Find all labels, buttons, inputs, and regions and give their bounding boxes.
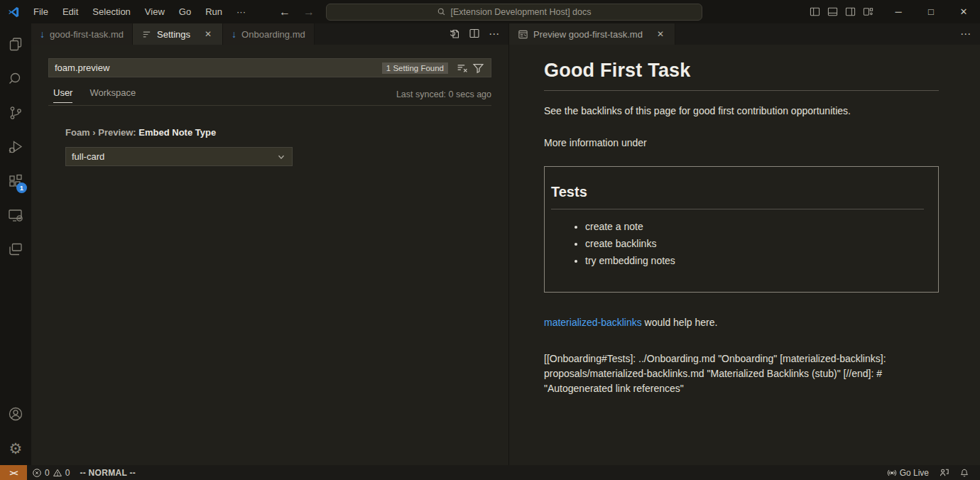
- go-live-label: Go Live: [900, 468, 929, 478]
- window-title: [Extension Development Host] docs: [450, 7, 591, 17]
- menu-file[interactable]: File: [27, 4, 55, 20]
- more-actions-icon[interactable]: ⋯: [960, 28, 971, 40]
- error-icon: [32, 468, 42, 478]
- markdown-preview-icon: [518, 29, 528, 40]
- editor-group-settings: ↓ good-first-task.md Settings ✕ ↓ Onboar…: [31, 23, 508, 465]
- preview-paragraph: More information under: [544, 136, 939, 151]
- link-references-text: [[Onboarding#Tests]: ../Onboarding.md "O…: [544, 351, 903, 396]
- embed-note-type-select[interactable]: full-card: [65, 147, 293, 166]
- manage-gear-icon[interactable]: ⚙: [0, 431, 31, 465]
- materialized-backlinks-link[interactable]: materialized-backlinks: [544, 317, 642, 328]
- account-icon[interactable]: [0, 397, 31, 431]
- editor-group-preview: Preview good-first-task.md ✕ ⋯ Good Firs…: [508, 23, 980, 465]
- menu-run[interactable]: Run: [199, 4, 229, 20]
- page-title: Good First Task: [544, 60, 939, 91]
- tab-label: Settings: [157, 29, 190, 40]
- preview-paragraph: See the backlinks of this page for good …: [544, 104, 939, 119]
- clear-search-filters-icon[interactable]: [454, 60, 470, 75]
- list-item: create backlinks: [585, 238, 924, 249]
- notifications-bell-icon[interactable]: [954, 465, 974, 480]
- vim-mode-indicator[interactable]: -- NORMAL --: [75, 465, 141, 480]
- broadcast-icon: [887, 468, 897, 478]
- settings-search-input[interactable]: [55, 62, 382, 73]
- remote-indicator[interactable]: ><: [0, 465, 27, 480]
- menu-view[interactable]: View: [138, 4, 171, 20]
- close-window-button[interactable]: ✕: [947, 0, 980, 23]
- embedded-note-card: Tests create a note create backlinks try…: [544, 166, 939, 293]
- warning-icon: [53, 468, 62, 478]
- tab-onboarding[interactable]: ↓ Onboarding.md: [223, 23, 315, 45]
- toggle-panel-icon[interactable]: [827, 6, 838, 17]
- minimize-button[interactable]: ─: [882, 0, 915, 23]
- search-view-icon[interactable]: [0, 62, 31, 96]
- setting-name: Embed Note Type: [138, 127, 216, 138]
- toggle-primary-sidebar-icon[interactable]: [810, 6, 820, 17]
- live-share-icon[interactable]: [934, 465, 954, 480]
- remote-explorer-icon[interactable]: [0, 198, 31, 232]
- status-bar: >< 0 0 -- NORMAL -- Go Live: [0, 465, 980, 480]
- results-count-badge: 1 Setting Found: [382, 62, 448, 74]
- toggle-secondary-sidebar-icon[interactable]: [845, 6, 856, 17]
- selected-option: full-card: [72, 151, 276, 162]
- preview-link-line: materialized-backlinks would help here.: [544, 315, 939, 330]
- markdown-preview-pane: Good First Task See the backlinks of thi…: [509, 45, 980, 465]
- error-count: 0: [45, 468, 50, 478]
- vscode-logo-icon: [6, 4, 21, 20]
- source-control-icon[interactable]: [0, 96, 31, 130]
- customize-layout-icon[interactable]: [863, 6, 873, 17]
- forward-icon[interactable]: →: [302, 6, 316, 18]
- close-tab-icon[interactable]: ✕: [655, 28, 666, 40]
- tab-preview-good-first-task[interactable]: Preview good-first-task.md ✕: [509, 23, 675, 45]
- tab-settings[interactable]: Settings ✕: [133, 23, 223, 45]
- menu-selection[interactable]: Selection: [86, 4, 136, 20]
- extensions-icon[interactable]: 1: [0, 164, 31, 198]
- extensions-badge: 1: [16, 182, 27, 193]
- markdown-file-icon: ↓: [40, 29, 45, 39]
- more-actions-icon[interactable]: ⋯: [489, 28, 500, 40]
- vscode-window: File Edit Selection View Go Run ··· ← → …: [0, 0, 980, 480]
- embedded-note-title: Tests: [551, 184, 924, 209]
- command-center-search[interactable]: [Extension Development Host] docs: [326, 4, 702, 21]
- scope-tab-user[interactable]: User: [53, 87, 72, 103]
- activity-bar: 1 ⚙: [0, 23, 31, 465]
- maximize-button[interactable]: □: [915, 0, 947, 23]
- close-tab-icon[interactable]: ✕: [202, 28, 214, 40]
- list-item: create a note: [585, 221, 924, 232]
- setting-title: Foam › Preview: Embed Note Type: [65, 127, 491, 138]
- setting-category: Foam › Preview:: [65, 127, 138, 138]
- tab-label: Onboarding.md: [241, 29, 305, 40]
- titlebar: File Edit Selection View Go Run ··· ← → …: [0, 0, 980, 23]
- go-live-button[interactable]: Go Live: [882, 465, 934, 480]
- last-synced-label: Last synced: 0 secs ago: [396, 89, 491, 101]
- settings-editor-icon: [141, 29, 152, 40]
- list-item: try embedding notes: [585, 255, 924, 266]
- tab-label: Preview good-first-task.md: [533, 29, 643, 40]
- scope-tab-workspace[interactable]: Workspace: [89, 87, 136, 102]
- setting-embed-note-type: Foam › Preview: Embed Note Type full-car…: [65, 127, 491, 166]
- tab-bar-spacer: [675, 23, 952, 45]
- filter-settings-icon[interactable]: [470, 60, 486, 75]
- embedded-note-list: create a note create backlinks try embed…: [585, 221, 924, 266]
- explorer-icon[interactable]: [0, 28, 31, 62]
- back-icon[interactable]: ←: [278, 6, 292, 18]
- run-debug-icon[interactable]: [0, 130, 31, 164]
- settings-search-box: 1 Setting Found: [48, 58, 491, 77]
- link-suffix-text: would help here.: [642, 317, 718, 328]
- menu-edit[interactable]: Edit: [56, 4, 85, 20]
- menu-go[interactable]: Go: [173, 4, 197, 20]
- tab-label: good-first-task.md: [50, 29, 124, 40]
- settings-scope-row: User Workspace Last synced: 0 secs ago: [48, 84, 491, 106]
- settings-editor: 1 Setting Found User Workspace Last sync…: [31, 45, 508, 465]
- windows-panel-icon[interactable]: [0, 232, 31, 266]
- search-icon: [437, 7, 446, 16]
- markdown-file-icon: ↓: [232, 29, 236, 39]
- open-settings-json-icon[interactable]: [449, 28, 460, 41]
- chevron-down-icon: [276, 152, 286, 162]
- tab-good-first-task[interactable]: ↓ good-first-task.md: [31, 23, 133, 45]
- tab-bar-left: ↓ good-first-task.md Settings ✕ ↓ Onboar…: [31, 23, 508, 45]
- tab-bar-right: Preview good-first-task.md ✕ ⋯: [509, 23, 980, 45]
- menu-more[interactable]: ···: [230, 4, 252, 20]
- tab-bar-spacer: [315, 23, 440, 45]
- problems-indicator[interactable]: 0 0: [27, 465, 75, 480]
- split-editor-icon[interactable]: [469, 28, 480, 41]
